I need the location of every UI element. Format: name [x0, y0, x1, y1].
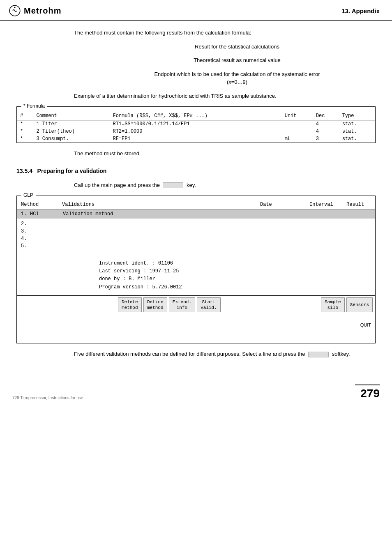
formula-row3-type: stat. [339, 135, 375, 143]
formula-row2-star: * [17, 128, 33, 135]
glp-info-block: Instrument ident. : 01106 Last servicing… [99, 260, 371, 291]
para3: Theoretical result as numerical value [99, 56, 376, 64]
glp-col-interval-header: Interval [309, 202, 346, 207]
call-up-text-span: Call up the main page and press the [74, 182, 160, 188]
formula-box: * Formula # Comment Formula (R$$, C##, X… [16, 106, 376, 143]
svg-point-1 [14, 7, 15, 8]
glp-col-validations-header: Validations [62, 202, 260, 207]
glp-row1-validations: Validation method [63, 211, 371, 217]
formula-row1-dec: 4 [313, 120, 339, 128]
formula-col-formula: Formula (R$$, C##, X$$, EP# ...) [109, 112, 281, 120]
glp-rows: 2. 3. 4. 5. [17, 219, 375, 251]
glp-box-label: GLP [21, 192, 36, 198]
quit-label: QUIT [360, 322, 371, 327]
logo-area: Metrohm [8, 4, 61, 17]
formula-row2-dec: 4 [313, 128, 339, 135]
section-title: Preparing for a validation [37, 168, 107, 174]
key-text: key. [187, 182, 196, 188]
done-by: done by : B. Miller [99, 275, 371, 283]
glp-row-1[interactable]: 1. HCl Validation method [17, 210, 375, 219]
formula-row-2: * 2 Titer(theo) RT2=1.0000 4 stat. [17, 128, 375, 135]
formula-col-comment: Comment [33, 112, 109, 120]
softkey-extend-info[interactable]: Extend.info [169, 297, 195, 313]
formula-row1-comment: 1 Titer [33, 120, 109, 128]
formula-row3-formula: RE=EP1 [109, 135, 281, 143]
chapter-title: 13. Appendix [341, 7, 380, 14]
section-number: 13.5.4 [16, 168, 32, 174]
softkey-delete-method[interactable]: Deletemethod [118, 297, 142, 313]
formula-row-1: * 1 Titer RT1=SS*1000/0.1/121.14/EP1 4 s… [17, 120, 375, 128]
softkey-bar: Deletemethod Definemethod Extend.info St… [17, 295, 375, 314]
formula-row1-formula: RT1=SS*1000/0.1/121.14/EP1 [109, 120, 281, 128]
page-number: 279 [355, 385, 380, 400]
glp-col-result-header: Result [346, 202, 371, 207]
softkey-spacer-mid [222, 297, 319, 313]
call-up-text: Call up the main page and press the key. [74, 181, 376, 189]
formula-box-label: * Formula [21, 103, 47, 109]
instrument-ident: Instrument ident. : 01106 [99, 260, 371, 267]
formula-table: # Comment Formula (R$$, C##, X$$, EP# ..… [17, 112, 375, 143]
para1: The method must contain the following re… [74, 29, 376, 37]
formula-row1-star: * [17, 120, 33, 128]
metrohm-logo-icon [8, 4, 21, 17]
glp-row-4: 4. [21, 235, 371, 242]
formula-header-row: # Comment Formula (R$$, C##, X$$, EP# ..… [17, 112, 375, 120]
glp-row-2: 2. [21, 220, 371, 228]
para2: Result for the statistical calculations [99, 43, 376, 51]
glp-header: Method Validations Date Interval Result [17, 196, 375, 210]
glp-row-5: 5. [21, 242, 371, 250]
section-heading: 13.5.4 Preparing for a validation [16, 168, 376, 176]
validation-text-1: Five different validation methods can be… [74, 351, 305, 357]
stored-text: The method must be stored. [74, 150, 376, 158]
validation-key-placeholder [308, 352, 329, 357]
formula-row3-star: * [17, 135, 33, 143]
glp-box: GLP Method Validations Date Interval Res… [16, 196, 376, 343]
glp-col-date-header: Date [260, 202, 309, 207]
validation-text: Five different validation methods can be… [74, 350, 376, 358]
page-footer: 726 Titroprocessor, Instructions for use… [0, 380, 392, 404]
validation-text-2: softkey. [332, 351, 350, 357]
formula-row1-type: stat. [339, 120, 375, 128]
formula-col-unit: Unit [281, 112, 313, 120]
formula-row2-type: stat. [339, 128, 375, 135]
program-version: Program version : 5.726.0012 [99, 283, 371, 291]
formula-row1-unit [281, 120, 313, 128]
para5: Example of a titer determination for hyd… [74, 92, 376, 100]
page-header: Metrohm 13. Appendix [0, 0, 392, 21]
glp-row1-method: HCl [30, 211, 63, 217]
para4b-text: (x=0…9) [227, 79, 247, 85]
formula-col-hash: # [17, 112, 33, 120]
logo-text: Metrohm [24, 6, 61, 16]
footer-left: 726 Titroprocessor, Instructions for use [12, 396, 83, 400]
softkey-sample-silo[interactable]: Samplesilo [321, 297, 345, 313]
para4: Endpoint which is to be used for the cal… [99, 70, 376, 86]
softkey-sensors[interactable]: Sensors [346, 297, 373, 313]
formula-col-type: Type [339, 112, 375, 120]
formula-row-3: * 3 Consumpt. RE=EP1 mL 3 stat. [17, 135, 375, 143]
formula-row3-unit: mL [281, 135, 313, 143]
glp-row-3: 3. [21, 228, 371, 235]
formula-row3-dec: 3 [313, 135, 339, 143]
last-servicing: Last servicing : 1997-11-25 [99, 267, 371, 275]
formula-row2-comment: 2 Titer(theo) [33, 128, 109, 135]
key-placeholder [163, 182, 183, 188]
page-content: The method must contain the following re… [0, 21, 392, 376]
softkey-start-valid[interactable]: Startvalid. [197, 297, 221, 313]
para4-text: Endpoint which is to be used for the cal… [154, 71, 320, 77]
formula-col-dec: Dec [313, 112, 339, 120]
glp-col-method-header: Method [21, 202, 62, 207]
formula-row2-unit [281, 128, 313, 135]
formula-row3-comment: 3 Consumpt. [33, 135, 109, 143]
softkey-spacer-left [19, 297, 116, 313]
glp-row1-num: 1. [21, 211, 30, 217]
softkey-define-method[interactable]: Definemethod [143, 297, 167, 313]
formula-row2-formula: RT2=1.0000 [109, 128, 281, 135]
